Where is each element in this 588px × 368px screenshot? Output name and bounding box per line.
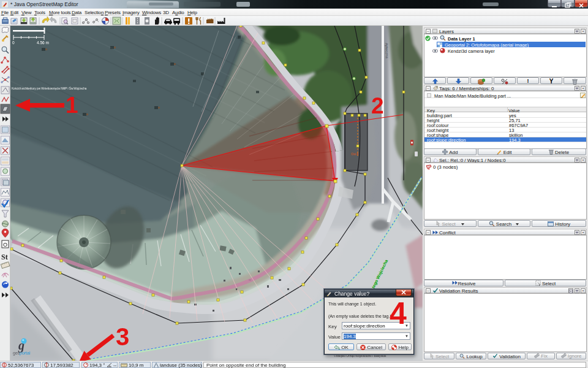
svg-text:portal: portal xyxy=(20,351,31,356)
svg-text:Kościół architektury pw Wniebo: Kościół architektury pw Wniebowzięcia NM… xyxy=(12,86,87,90)
svg-text:Osi 8: Osi 8 xyxy=(351,152,358,156)
svg-text:1: 1 xyxy=(66,93,78,118)
svg-text:O: O xyxy=(3,242,7,248)
svg-text:Apteczna: Apteczna xyxy=(385,43,389,59)
svg-text:2: 2 xyxy=(371,93,384,118)
svg-text:St: St xyxy=(1,253,8,261)
svg-text:3: 3 xyxy=(116,323,129,350)
svg-text:0: 0 xyxy=(12,40,15,45)
svg-text:4.56 m: 4.56 m xyxy=(37,40,49,45)
